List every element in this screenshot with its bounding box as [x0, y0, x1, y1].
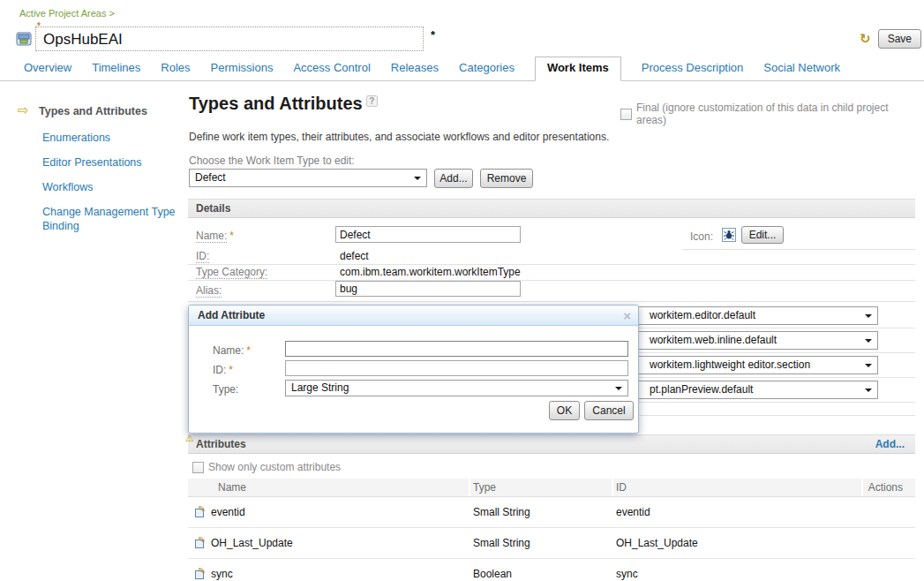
row-divider — [188, 301, 915, 302]
dialog-cancel-button[interactable]: Cancel — [584, 401, 634, 420]
add-type-button[interactable]: Add... — [434, 169, 473, 188]
id-value: defect — [340, 250, 369, 262]
add-attribute-dialog: Add Attribute × Name:* ID:* Type: Large … — [188, 305, 639, 434]
bug-icon — [722, 228, 736, 242]
tab-releases[interactable]: Releases — [391, 57, 439, 80]
attribute-icon: ✎ — [195, 507, 207, 518]
breadcrumb[interactable]: Active Project Areas > — [19, 8, 115, 19]
attribute-icon: ✎ — [195, 538, 207, 549]
id-label: ID: — [196, 250, 209, 262]
dialog-name-label: Name:* — [213, 344, 251, 357]
sidebar-item-change-management-type-binding[interactable]: Change Management Type Binding — [0, 205, 188, 233]
refresh-icon[interactable]: ↻ — [860, 31, 871, 47]
sidebar-item-types-and-attributes[interactable]: ⇨ Types and Attributes — [0, 104, 188, 118]
custom-attributes-filter: Show only custom attributes — [192, 461, 341, 473]
help-icon[interactable]: ? — [366, 95, 378, 107]
chevron-down-icon — [865, 339, 872, 343]
tab-work-items[interactable]: Work Items — [535, 57, 621, 81]
dialog-title: Add Attribute × — [189, 306, 638, 326]
tab-social-network[interactable]: Social Network — [763, 57, 840, 80]
name-label: Name:* — [196, 230, 234, 242]
close-icon[interactable]: × — [623, 306, 631, 326]
type-category-label: Type Category: — [196, 266, 267, 278]
tab-roles[interactable]: Roles — [161, 57, 190, 80]
tab-access-control[interactable]: Access Control — [293, 57, 370, 80]
final-option: Final (ignore customization of this data… — [620, 102, 915, 126]
type-name-input[interactable] — [335, 226, 521, 243]
column-header-type: Type — [470, 479, 613, 497]
sidebar: ⇨ Types and Attributes Enumerations Edit… — [0, 81, 188, 244]
alias-label: Alias: — [196, 284, 222, 297]
project-area-icon — [16, 31, 32, 46]
project-area-editor: Active Project Areas > * OpsHubEAI * ↻ S… — [0, 0, 924, 581]
section-description: Define work item types, their attributes… — [189, 131, 609, 143]
add-attribute-link[interactable]: Add... — [875, 435, 905, 454]
sidebar-item-enumerations[interactable]: Enumerations — [0, 131, 188, 145]
current-section-arrow-icon: ⇨ — [18, 103, 29, 117]
dialog-id-input[interactable] — [285, 360, 628, 376]
tab-permissions[interactable]: Permissions — [211, 57, 274, 80]
row-divider — [682, 249, 915, 250]
choose-type-label: Choose the Work Item Type to edit: — [189, 155, 355, 167]
table-row[interactable]: ✎ eventid Small String eventid — [188, 497, 915, 528]
remove-type-button[interactable]: Remove — [480, 169, 533, 188]
tab-overview[interactable]: Overview — [24, 57, 71, 80]
dialog-type-select[interactable]: Large String — [285, 380, 628, 396]
save-button[interactable]: Save — [878, 29, 921, 49]
dialog-ok-button[interactable]: OK — [549, 401, 580, 420]
filter-label: Show only custom attributes — [208, 461, 341, 473]
table-row[interactable]: ✎ OH_Last_Update Small String OH_Last_Up… — [188, 528, 915, 559]
details-section-header: Details — [188, 199, 915, 218]
unsaved-changes-mark: * — [431, 28, 435, 42]
column-header-name: Name — [188, 479, 470, 497]
sidebar-item-editor-presentations[interactable]: Editor Presentations — [0, 155, 188, 170]
tab-timelines[interactable]: Timelines — [92, 57, 140, 80]
final-label: Final (ignore customization of this data… — [636, 102, 915, 126]
dialog-type-label: Type: — [213, 383, 238, 396]
dialog-name-input[interactable] — [285, 341, 628, 357]
alias-input[interactable] — [335, 281, 521, 297]
type-category-value: com.ibm.team.workitem.workItemType — [340, 266, 521, 278]
chevron-down-icon — [865, 314, 872, 318]
icon-label: Icon: — [690, 230, 713, 243]
chevron-down-icon — [615, 387, 622, 390]
table-row[interactable]: ✎ sync Boolean sync — [188, 559, 915, 581]
column-header-id: ID — [613, 479, 863, 497]
dialog-id-label: ID:* — [213, 364, 233, 376]
final-checkbox[interactable] — [620, 109, 632, 120]
edit-icon-button[interactable]: Edit... — [741, 226, 784, 244]
project-name-input[interactable]: OpsHubEAI — [35, 26, 424, 51]
chevron-down-icon — [865, 389, 872, 392]
save-area: ↻ Save — [860, 29, 921, 49]
sidebar-item-workflows[interactable]: Workflows — [0, 180, 188, 194]
chevron-down-icon — [414, 177, 421, 180]
tab-bar: Overview Timelines Roles Permissions Acc… — [0, 57, 924, 81]
attribute-icon: ✎ — [195, 569, 207, 580]
work-item-type-select[interactable]: Defect — [189, 169, 427, 187]
page-title: Types and Attributes? — [189, 94, 378, 114]
tab-categories[interactable]: Categories — [459, 57, 515, 80]
show-custom-attributes-checkbox[interactable] — [192, 462, 204, 473]
column-header-actions: Actions — [863, 479, 915, 497]
chevron-down-icon — [865, 364, 872, 367]
row-divider — [188, 264, 915, 265]
attributes-section-header: ⚠ Attributes Add... — [188, 434, 915, 454]
tab-process-description[interactable]: Process Description — [642, 57, 744, 80]
row-divider — [188, 280, 915, 281]
attributes-table-header: Name Type ID Actions — [188, 479, 915, 497]
